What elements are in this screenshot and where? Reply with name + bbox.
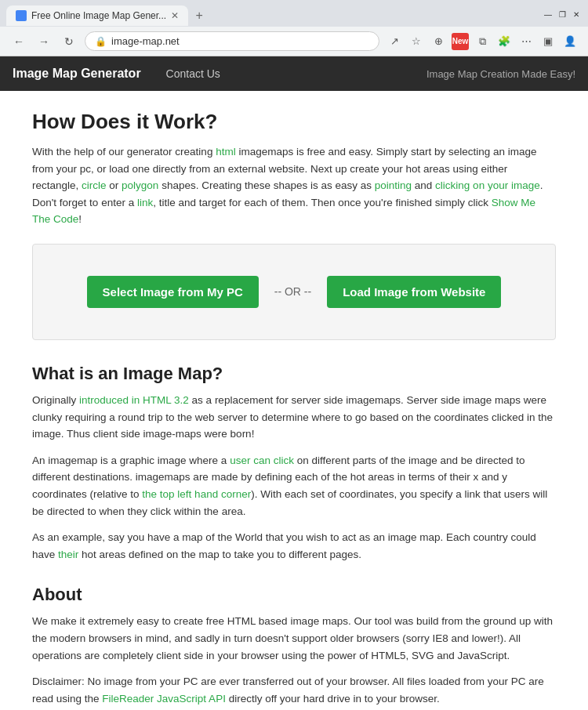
show-code-link[interactable]: Show Me The Code xyxy=(32,197,535,226)
site-tagline: Image Map Creation Made Easy! xyxy=(426,68,575,80)
back-button[interactable]: ← xyxy=(9,32,28,51)
about-para2: Disclaimer: No image from your PC are ev… xyxy=(32,673,556,707)
address-bar: ← → ↻ 🔒 image-map.net ↗ ☆ ⊕ New ⧉ 🧩 ⋯ ▣ … xyxy=(0,27,588,56)
tab-bar: Free Online Image Map Gener... ✕ + — ❐ ✕ xyxy=(0,0,588,27)
about-para1: We make it extremely easy to create free… xyxy=(32,613,556,664)
their-link[interactable]: their xyxy=(58,549,78,560)
about-heading: About xyxy=(32,585,556,605)
what-is-para1: Originally introduced in HTML 3.2 as a r… xyxy=(32,392,556,443)
refresh-button[interactable]: ↻ xyxy=(60,32,78,51)
about-section: About We make it extremely easy to creat… xyxy=(32,585,556,707)
clicking-link[interactable]: clicking on your image xyxy=(435,179,540,191)
browser-chrome: Free Online Image Map Gener... ✕ + — ❐ ✕… xyxy=(0,0,588,56)
introduced-link[interactable]: introduced in HTML 3.2 xyxy=(79,394,189,406)
more-icon[interactable]: ⋯ xyxy=(517,33,535,50)
forward-button[interactable]: → xyxy=(34,32,53,51)
top-left-link[interactable]: the top left hand corner xyxy=(142,488,251,500)
bookmark-icon[interactable]: ☆ xyxy=(408,33,425,50)
what-is-section: What is an Image Map? Originally introdu… xyxy=(32,364,556,563)
select-pc-button[interactable]: Select Image from My PC xyxy=(87,276,259,308)
tab-title: Free Online Image Map Gener... xyxy=(31,10,166,21)
new-icon[interactable]: New xyxy=(452,33,469,50)
pointing-link[interactable]: pointing xyxy=(375,179,412,191)
html-link[interactable]: html xyxy=(216,146,236,158)
site-navigation: Image Map Generator Contact Us Image Map… xyxy=(0,56,588,91)
restore-button[interactable]: ❐ xyxy=(557,9,568,20)
lock-icon: 🔒 xyxy=(95,36,107,47)
or-divider: -- OR -- xyxy=(274,285,311,298)
copy-icon[interactable]: ⧉ xyxy=(474,33,491,50)
circle-link[interactable]: circle xyxy=(82,179,107,191)
new-tab-button[interactable]: + xyxy=(188,5,210,27)
filereader-link[interactable]: FileReader JavaScript API xyxy=(102,693,226,705)
click-link[interactable]: click xyxy=(274,455,294,466)
contact-us-link[interactable]: Contact Us xyxy=(160,67,227,80)
load-website-button[interactable]: Load Image from Website xyxy=(327,276,501,308)
what-is-para2: An imagemap is a graphic image where a u… xyxy=(32,452,556,520)
minimize-button[interactable]: — xyxy=(543,9,554,20)
url-bar[interactable]: 🔒 image-map.net xyxy=(85,31,379,51)
selection-box: Select Image from My PC -- OR -- Load Im… xyxy=(32,244,556,340)
user-can-link[interactable]: user can xyxy=(230,455,270,466)
profile-icon[interactable]: 👤 xyxy=(561,33,579,50)
main-content: How Does it Work? With the help of our g… xyxy=(20,91,568,710)
how-it-works-para: With the help of our generator creating … xyxy=(32,143,556,228)
close-button[interactable]: ✕ xyxy=(571,9,582,20)
site-logo[interactable]: Image Map Generator xyxy=(13,67,141,81)
share-icon[interactable]: ↗ xyxy=(386,33,403,50)
what-is-heading: What is an Image Map? xyxy=(32,364,556,384)
how-it-works-heading: How Does it Work? xyxy=(32,110,556,134)
extension-icon[interactable]: ⊕ xyxy=(430,33,447,50)
tab-close-icon[interactable]: ✕ xyxy=(171,10,179,21)
polygon-link[interactable]: polygon xyxy=(122,179,158,191)
url-text: image-map.net xyxy=(111,35,180,47)
active-tab[interactable]: Free Online Image Map Gener... ✕ xyxy=(6,5,188,26)
link-link[interactable]: link xyxy=(137,197,153,208)
window-controls: — ❐ ✕ xyxy=(543,9,582,23)
tab-favicon xyxy=(16,10,27,21)
toolbar-icons: ↗ ☆ ⊕ New ⧉ 🧩 ⋯ ▣ 👤 xyxy=(386,33,579,50)
how-it-works-section: How Does it Work? With the help of our g… xyxy=(32,110,556,340)
sidebar-icon[interactable]: ▣ xyxy=(539,33,557,50)
what-is-para3: As an example, say you have a map of the… xyxy=(32,529,556,563)
puzzle-icon[interactable]: 🧩 xyxy=(495,33,513,50)
